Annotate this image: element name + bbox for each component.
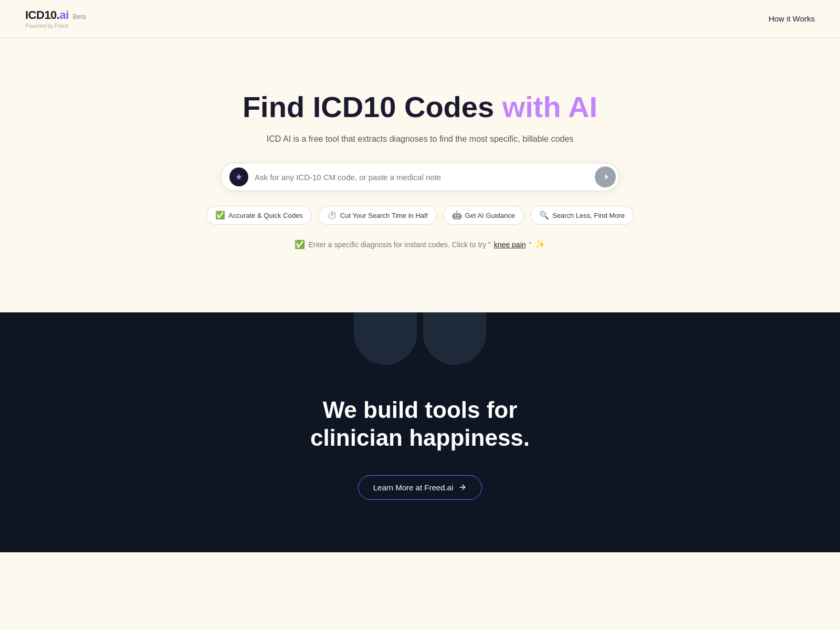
dark-title-line2: clinician happiness.	[310, 425, 530, 450]
hero-title: Find ICD10 Codes with AI	[243, 90, 597, 124]
learn-more-button[interactable]: Learn More at Freed.ai	[358, 475, 482, 500]
dark-section-title: We build tools for clinician happiness.	[310, 396, 530, 452]
hero-title-highlight: with AI	[502, 90, 597, 123]
dark-section: We build tools for clinician happiness. …	[0, 312, 840, 552]
dark-title-line1: We build tools for	[323, 397, 518, 423]
hint-prefix: Enter a specific diagnosis for instant c…	[308, 240, 490, 249]
how-it-works-link[interactable]: How it Works	[769, 14, 815, 23]
hint-text: ✅ Enter a specific diagnosis for instant…	[295, 239, 545, 249]
blob-right	[423, 312, 486, 365]
chip-ai-guidance[interactable]: 🤖 Get AI Guidance	[443, 206, 524, 225]
beta-badge: Beta	[73, 13, 86, 20]
chip-ai-guidance-icon: 🤖	[452, 211, 462, 220]
ai-sparkle-icon	[235, 173, 243, 181]
search-submit-button[interactable]	[595, 166, 616, 187]
chip-search-time-icon: ⏱️	[327, 211, 337, 220]
logo-ai: ai	[59, 8, 68, 22]
sparkle-icon: ✨	[535, 239, 545, 249]
learn-more-label: Learn More at Freed.ai	[373, 483, 454, 492]
chip-accurate-label: Accurate & Quick Codes	[228, 212, 303, 219]
blob-left	[354, 312, 417, 365]
powered-by-text: Powered by Freed	[25, 23, 86, 29]
arrow-right-icon	[601, 172, 610, 182]
feature-chips: ✅ Accurate & Quick Codes ⏱️ Cut Your Sea…	[206, 206, 634, 225]
chip-search-time[interactable]: ⏱️ Cut Your Search Time in Half	[318, 206, 437, 225]
hero-title-start: Find ICD10 Codes	[243, 90, 502, 123]
arrow-right-icon	[458, 483, 467, 491]
site-header: ICD10.ai Beta Powered by Freed How it Wo…	[0, 0, 840, 38]
chip-accurate-icon: ✅	[215, 211, 225, 220]
chip-search-less[interactable]: 🔍 Search Less, Find More	[530, 206, 634, 225]
hint-icon: ✅	[295, 239, 305, 249]
hero-subtitle: ICD AI is a free tool that extracts diag…	[267, 134, 573, 144]
chip-search-time-label: Cut Your Search Time in Half	[340, 212, 428, 219]
chip-ai-guidance-label: Get AI Guidance	[465, 212, 515, 219]
search-input[interactable]	[255, 173, 595, 182]
hero-section: Find ICD10 Codes with AI ICD AI is a fre…	[0, 38, 840, 312]
logo-area: ICD10.ai Beta Powered by Freed	[25, 8, 86, 29]
chip-search-less-icon: 🔍	[539, 211, 549, 220]
logo-main: ICD10.	[25, 8, 59, 22]
search-box	[220, 163, 620, 191]
blob-decoration	[354, 312, 486, 365]
chip-search-less-label: Search Less, Find More	[552, 212, 625, 219]
knee-pain-link[interactable]: knee pain	[494, 240, 526, 249]
search-icon-box	[229, 167, 248, 186]
hint-suffix: "	[529, 240, 532, 249]
logo-text: ICD10.ai	[25, 8, 69, 22]
chip-accurate[interactable]: ✅ Accurate & Quick Codes	[206, 206, 312, 225]
